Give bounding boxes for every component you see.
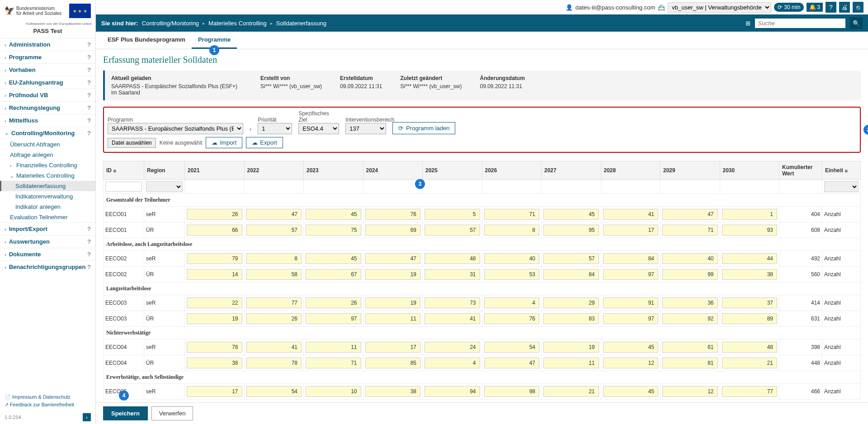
- nav-eu-zahlungsantrag[interactable]: ›EU-Zahlungsantrag?: [0, 76, 95, 89]
- col-2029[interactable]: 2029: [660, 161, 720, 180]
- nav-abfrage-anlegen[interactable]: Abfrage anlegen: [0, 150, 95, 160]
- filter-id-input[interactable]: [105, 182, 142, 192]
- nav-controlling[interactable]: ⌄Controlling/Monitoring?: [0, 127, 95, 139]
- help-icon[interactable]: ?: [87, 117, 91, 124]
- help-icon[interactable]: ?: [87, 130, 91, 137]
- value-input[interactable]: 21: [543, 386, 599, 397]
- print-button[interactable]: 🖨: [839, 2, 850, 13]
- nav-indikator-anlegen[interactable]: Indikator anlegen: [0, 202, 95, 212]
- help-icon[interactable]: ?: [87, 226, 91, 232]
- value-input[interactable]: 81: [662, 358, 718, 368]
- crumb-solldaten[interactable]: Solldatenerfassung: [276, 20, 326, 27]
- value-input[interactable]: 17: [603, 225, 659, 236]
- value-input[interactable]: 41: [603, 209, 659, 220]
- sitemap-icon[interactable]: ⊞: [745, 20, 750, 27]
- crumb-materielles[interactable]: Materielles Controlling: [208, 20, 267, 27]
- value-input[interactable]: 47: [662, 209, 718, 220]
- value-input[interactable]: 17: [365, 342, 421, 353]
- value-input[interactable]: 57: [543, 253, 599, 264]
- value-input[interactable]: 4: [425, 358, 480, 368]
- value-input[interactable]: 44: [722, 253, 778, 264]
- value-input[interactable]: 99: [662, 269, 718, 280]
- value-input[interactable]: 71: [306, 358, 361, 368]
- help-icon[interactable]: ?: [87, 54, 91, 61]
- value-input[interactable]: 93: [722, 225, 778, 236]
- value-input[interactable]: 78: [187, 342, 242, 353]
- col-2028[interactable]: 2028: [601, 161, 660, 180]
- value-input[interactable]: 26: [246, 313, 302, 324]
- value-input[interactable]: 45: [603, 386, 659, 397]
- value-input[interactable]: 37: [722, 297, 778, 308]
- value-input[interactable]: 29: [543, 297, 599, 308]
- nav-pruefmodul-vb[interactable]: ›Prüfmodul VB?: [0, 89, 95, 101]
- value-input[interactable]: 17: [187, 386, 242, 397]
- value-input[interactable]: 47: [365, 253, 421, 264]
- value-input[interactable]: 45: [543, 209, 599, 220]
- value-input[interactable]: 95: [543, 225, 599, 236]
- value-input[interactable]: 22: [187, 297, 242, 308]
- value-input[interactable]: 53: [484, 269, 540, 280]
- value-input[interactable]: 5: [425, 209, 480, 220]
- value-input[interactable]: 73: [425, 297, 480, 308]
- programm-laden-button[interactable]: ⟳Programm laden: [392, 122, 455, 134]
- value-input[interactable]: 47: [246, 209, 302, 220]
- value-input[interactable]: 31: [425, 269, 480, 280]
- value-input[interactable]: 11: [543, 358, 599, 368]
- help-icon[interactable]: ?: [87, 66, 91, 73]
- value-input[interactable]: 54: [246, 386, 302, 397]
- value-input[interactable]: 40: [484, 253, 540, 264]
- nav-import-export[interactable]: ›Import/Export?: [0, 222, 95, 235]
- export-button[interactable]: ☁Export: [246, 137, 283, 148]
- value-input[interactable]: 45: [306, 253, 361, 264]
- value-input[interactable]: 38: [187, 358, 242, 368]
- prioritaet-select[interactable]: 1: [258, 123, 292, 134]
- value-input[interactable]: 14: [187, 269, 242, 280]
- interventionsbereich-select[interactable]: 137: [345, 123, 386, 134]
- logout-button[interactable]: ⎋: [853, 2, 863, 13]
- programm-select[interactable]: SAARPASS - Europäischer Sozialfonds Plus…: [108, 123, 243, 134]
- value-input[interactable]: 77: [246, 297, 302, 308]
- value-input[interactable]: 89: [722, 313, 778, 324]
- value-input[interactable]: 45: [306, 209, 361, 220]
- value-input[interactable]: 97: [603, 313, 659, 324]
- col-2024[interactable]: 2024: [363, 161, 423, 180]
- nav-indikatorenverwaltung[interactable]: Indikatorenverwaltung: [0, 191, 95, 202]
- role-select[interactable]: vb_user_sw | Verwaltungsbehörde: [668, 2, 771, 13]
- nav-finanzielles-controlling[interactable]: ›Finanzielles Controlling: [0, 160, 95, 170]
- value-input[interactable]: 10: [306, 386, 361, 397]
- col-kumuliert[interactable]: Kumulierter Wert: [779, 161, 822, 180]
- col-2027[interactable]: 2027: [542, 161, 601, 180]
- value-input[interactable]: 21: [722, 358, 778, 368]
- value-input[interactable]: 38: [365, 386, 421, 397]
- col-id[interactable]: ID◆: [104, 161, 144, 180]
- value-input[interactable]: 8: [484, 225, 540, 236]
- value-input[interactable]: 19: [365, 297, 421, 308]
- value-input[interactable]: 84: [603, 253, 659, 264]
- value-input[interactable]: 57: [246, 225, 302, 236]
- nav-auswertungen[interactable]: ›Auswertungen?: [0, 235, 95, 248]
- value-input[interactable]: 47: [484, 358, 540, 368]
- value-input[interactable]: 94: [425, 386, 480, 397]
- nav-mittelfluss[interactable]: ›Mittelfluss?: [0, 114, 95, 127]
- help-icon[interactable]: ?: [87, 251, 91, 258]
- help-icon[interactable]: ?: [87, 104, 91, 111]
- verwerfen-button[interactable]: Verwerfen: [151, 406, 193, 420]
- col-2023[interactable]: 2023: [304, 161, 363, 180]
- value-input[interactable]: 97: [603, 269, 659, 280]
- value-input[interactable]: 48: [722, 342, 778, 353]
- help-icon[interactable]: ?: [87, 79, 91, 86]
- value-input[interactable]: 67: [306, 269, 361, 280]
- datei-auswaehlen-button[interactable]: Datei auswählen: [108, 138, 156, 148]
- value-input[interactable]: 76: [484, 313, 540, 324]
- help-icon[interactable]: ?: [87, 92, 91, 99]
- value-input[interactable]: 45: [603, 342, 659, 353]
- value-input[interactable]: 69: [365, 225, 421, 236]
- value-input[interactable]: 77: [722, 386, 778, 397]
- value-input[interactable]: 11: [365, 313, 421, 324]
- nav-vorhaben[interactable]: ›Vorhaben?: [0, 63, 95, 76]
- value-input[interactable]: 41: [425, 313, 480, 324]
- value-input[interactable]: 4: [484, 297, 540, 308]
- value-input[interactable]: 92: [662, 313, 718, 324]
- filter-einheit-select[interactable]: [824, 181, 859, 192]
- value-input[interactable]: 84: [543, 269, 599, 280]
